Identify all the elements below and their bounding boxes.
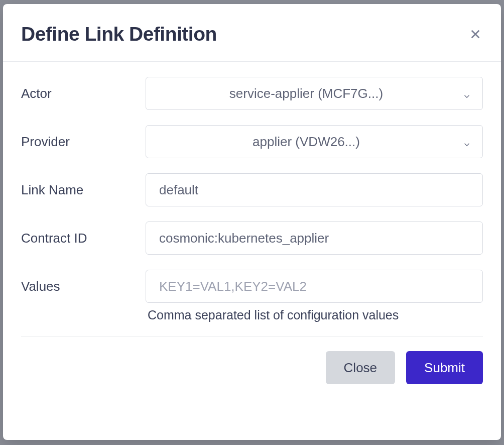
modal-footer: Close Submit <box>3 337 501 402</box>
provider-label: Provider <box>21 125 146 158</box>
chevron-down-icon <box>462 137 471 146</box>
values-help-text: Comma separated list of configuration va… <box>146 308 483 322</box>
link-name-label: Link Name <box>21 173 146 206</box>
actor-row: Actor service-applier (MCF7G...) <box>21 77 483 110</box>
close-icon[interactable] <box>468 27 483 42</box>
define-link-definition-modal: Define Link Definition Actor service-app… <box>3 4 501 440</box>
values-row: Values Comma separated list of configura… <box>21 270 483 322</box>
values-label: Values <box>21 270 146 303</box>
close-button[interactable]: Close <box>326 351 395 384</box>
actor-label: Actor <box>21 77 146 110</box>
link-name-input[interactable] <box>159 174 457 206</box>
actor-select[interactable]: service-applier (MCF7G...) <box>146 77 483 110</box>
modal-title: Define Link Definition <box>21 23 217 45</box>
contract-id-label: Contract ID <box>21 221 146 255</box>
values-input[interactable] <box>159 270 457 302</box>
actor-select-value: service-applier (MCF7G...) <box>229 86 383 101</box>
contract-id-input-wrap <box>146 221 483 255</box>
modal-body: Actor service-applier (MCF7G...) Provide… <box>3 62 501 322</box>
link-name-row: Link Name <box>21 173 483 206</box>
contract-id-input[interactable] <box>159 222 457 254</box>
provider-row: Provider applier (VDW26...) <box>21 125 483 158</box>
chevron-down-icon <box>462 89 471 98</box>
link-name-input-wrap <box>146 173 483 206</box>
modal-header: Define Link Definition <box>3 4 501 62</box>
submit-button[interactable]: Submit <box>406 351 483 384</box>
contract-id-row: Contract ID <box>21 221 483 255</box>
provider-select[interactable]: applier (VDW26...) <box>146 125 483 158</box>
provider-select-value: applier (VDW26...) <box>253 134 360 150</box>
values-input-wrap <box>146 270 483 303</box>
